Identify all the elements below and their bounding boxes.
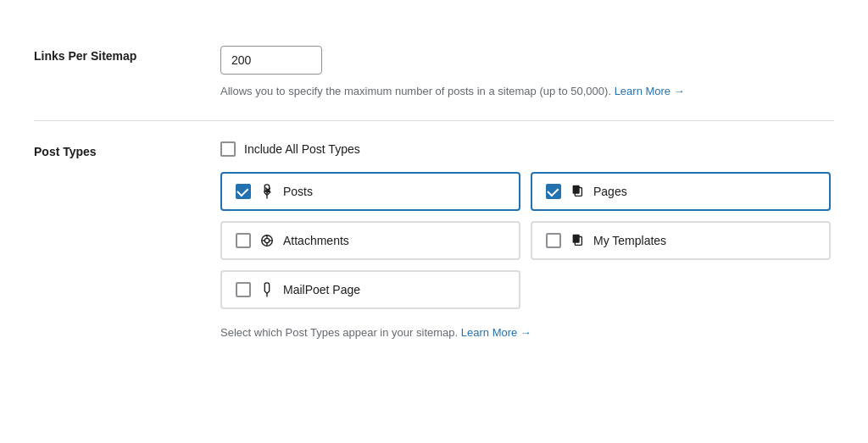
include-all-checkbox[interactable] bbox=[220, 141, 236, 157]
pages-icon bbox=[570, 184, 585, 199]
include-all-row[interactable]: Include All Post Types bbox=[220, 141, 834, 157]
my-templates-icon bbox=[570, 233, 585, 248]
include-all-label: Include All Post Types bbox=[244, 142, 360, 156]
posts-label: Posts bbox=[283, 185, 313, 198]
mailpoet-page-checkbox bbox=[236, 282, 251, 297]
svg-rect-8 bbox=[573, 234, 580, 242]
attachments-checkbox bbox=[236, 233, 251, 248]
mailpoet-page-label: MailPoet Page bbox=[283, 283, 360, 296]
links-per-sitemap-help: Allows you to specify the maximum number… bbox=[220, 83, 746, 100]
links-per-sitemap-content: Allows you to specify the maximum number… bbox=[220, 46, 834, 100]
posts-icon bbox=[259, 184, 275, 199]
post-type-pages[interactable]: Pages bbox=[531, 172, 831, 211]
post-types-label: Post Types bbox=[34, 141, 186, 158]
post-type-posts[interactable]: Posts bbox=[220, 172, 520, 211]
posts-checkbox bbox=[236, 184, 251, 199]
attachments-label: Attachments bbox=[283, 234, 349, 247]
post-type-attachments[interactable]: Attachments bbox=[220, 221, 520, 260]
mailpoet-page-icon bbox=[259, 282, 275, 297]
pages-checkbox bbox=[546, 184, 561, 199]
post-types-row: Post Types Include All Post Types bbox=[34, 120, 834, 362]
post-type-my-templates[interactable]: My Templates bbox=[531, 221, 831, 260]
settings-page: Links Per Sitemap Allows you to specify … bbox=[0, 0, 868, 386]
post-types-help: Select which Post Types appear in your s… bbox=[220, 324, 746, 341]
post-types-content: Include All Post Types Posts bbox=[220, 141, 834, 341]
svg-point-3 bbox=[264, 238, 269, 242]
links-per-sitemap-row: Links Per Sitemap Allows you to specify … bbox=[34, 25, 834, 120]
pages-label: Pages bbox=[593, 185, 627, 198]
my-templates-checkbox bbox=[546, 233, 561, 248]
links-per-sitemap-label: Links Per Sitemap bbox=[34, 46, 186, 63]
my-templates-label: My Templates bbox=[593, 234, 666, 247]
svg-rect-0 bbox=[573, 185, 580, 193]
attachments-icon bbox=[259, 233, 275, 248]
post-types-grid: Posts Pages bbox=[220, 172, 831, 309]
links-per-sitemap-input[interactable] bbox=[220, 46, 322, 75]
post-types-learn-more-link[interactable]: Learn More → bbox=[461, 326, 531, 339]
links-learn-more-link[interactable]: Learn More → bbox=[615, 85, 685, 97]
post-type-mailpoet-page[interactable]: MailPoet Page bbox=[220, 270, 520, 309]
